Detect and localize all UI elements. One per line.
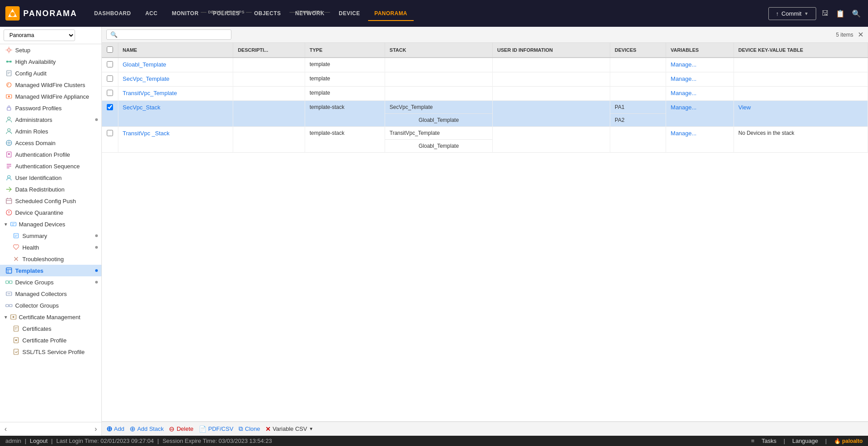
- add-button[interactable]: ⊕ Add: [106, 425, 124, 433]
- variable-csv-button[interactable]: ✕ Variable CSV ▼: [265, 425, 313, 433]
- sidebar-group-managed-devices[interactable]: ▼ Managed Devices: [0, 218, 101, 230]
- row3-manage-link[interactable]: Manage...: [671, 90, 696, 96]
- sidebar-item-administrators[interactable]: Administrators: [0, 114, 101, 125]
- sidebar-item-ssl-tls[interactable]: SSL/TLS Service Profile: [0, 346, 101, 358]
- search-icon[interactable]: 🔍: [850, 8, 863, 20]
- nav-device[interactable]: DEVICE: [332, 7, 366, 20]
- select-all-checkbox[interactable]: [107, 46, 113, 53]
- sidebar-group-cert-management[interactable]: ▼ Certificate Management: [0, 311, 101, 323]
- sidebar-item-user-identification[interactable]: User Identification: [0, 172, 101, 183]
- row1-checkbox[interactable]: [107, 61, 113, 67]
- clone-button[interactable]: ⧉ Clone: [239, 425, 260, 433]
- tasks-link[interactable]: Tasks: [762, 438, 776, 444]
- row4-device-kv[interactable]: View: [734, 101, 868, 127]
- row5-name[interactable]: TransitVpc _Stack: [118, 127, 233, 153]
- col-checkbox[interactable]: [102, 43, 118, 58]
- sidebar-item-high-availability[interactable]: High Availability: [0, 56, 101, 67]
- sidebar-item-templates[interactable]: Templates: [0, 265, 101, 276]
- commit-button[interactable]: ↑ Commit ▼: [768, 7, 816, 20]
- nav-panorama[interactable]: PANORAMA: [368, 7, 414, 20]
- row4-view-link[interactable]: View: [738, 104, 751, 111]
- col-description[interactable]: DESCRIPTI...: [233, 43, 305, 58]
- sidebar-item-device-quarantine[interactable]: Device Quarantine: [0, 207, 101, 218]
- row2-variables[interactable]: Manage...: [666, 72, 734, 87]
- row2-name-link[interactable]: SecVpc_Template: [123, 75, 170, 82]
- nav-dashboard[interactable]: DASHBOARD: [88, 7, 138, 20]
- nav-network[interactable]: —Templates— NETWORK: [289, 7, 331, 20]
- status-logout[interactable]: Logout: [30, 438, 48, 444]
- row4-name-link[interactable]: SecVpc_Stack: [123, 104, 161, 111]
- sidebar-item-certificates[interactable]: Certificates: [0, 323, 101, 334]
- row3-name-link[interactable]: TransitVpc_Template: [123, 90, 177, 96]
- sidebar-item-device-groups[interactable]: Device Groups: [0, 276, 101, 288]
- col-variables[interactable]: VARIABLES: [666, 43, 734, 58]
- col-user-id[interactable]: USER ID INFORMATION: [493, 43, 610, 58]
- row1-variables[interactable]: Manage...: [666, 58, 734, 72]
- row4-name[interactable]: SecVpc_Stack: [118, 101, 233, 127]
- sidebar-scroll-right[interactable]: ›: [92, 424, 100, 434]
- sidebar-item-access-domain[interactable]: Access Domain: [0, 137, 101, 149]
- row2-manage-link[interactable]: Manage...: [671, 75, 696, 82]
- row1-checkbox-cell[interactable]: [102, 58, 118, 72]
- row3-checkbox-cell[interactable]: [102, 87, 118, 101]
- pdf-csv-button[interactable]: 📄 PDF/CSV: [199, 425, 233, 433]
- sidebar-item-config-audit[interactable]: Config Audit: [0, 67, 101, 79]
- row4-checkbox[interactable]: [107, 104, 113, 110]
- sidebar-item-password-profiles[interactable]: Password Profiles: [0, 102, 101, 114]
- row1-manage-link[interactable]: Manage...: [671, 61, 696, 68]
- search-input[interactable]: [119, 32, 227, 38]
- sidebar-item-admin-roles[interactable]: Admin Roles: [0, 125, 101, 137]
- close-search-button[interactable]: ✕: [858, 30, 864, 39]
- sidebar-item-wildfire-appliance[interactable]: Managed WildFire Appliance: [0, 91, 101, 102]
- save-icon[interactable]: 🖫: [820, 8, 830, 19]
- sidebar-item-wildfire-clusters[interactable]: Managed WildFire Clusters: [0, 79, 101, 91]
- row1-name-link[interactable]: Gloabl_Template: [123, 61, 167, 68]
- row5-checkbox[interactable]: [107, 130, 113, 136]
- row5-variables[interactable]: Manage...: [666, 127, 734, 153]
- config-icon[interactable]: 📋: [834, 8, 847, 20]
- sidebar-item-managed-collectors[interactable]: Managed Collectors: [0, 288, 101, 300]
- sidebar-item-scheduled-config[interactable]: Scheduled Config Push: [0, 195, 101, 207]
- col-name[interactable]: NAME: [118, 43, 233, 58]
- nav-acc[interactable]: ACC: [139, 7, 164, 20]
- col-device-kv[interactable]: DEVICE KEY-VALUE TABLE: [734, 43, 868, 58]
- sidebar-item-health[interactable]: Health: [0, 242, 101, 253]
- row3-name[interactable]: TransitVpc_Template: [118, 87, 233, 101]
- delete-button[interactable]: ⊖ Delete: [169, 425, 193, 433]
- row3-variables[interactable]: Manage...: [666, 87, 734, 101]
- logo-area: PANORAMA: [5, 6, 77, 21]
- sidebar-item-troubleshooting[interactable]: Troubleshooting: [0, 253, 101, 265]
- row4-variables[interactable]: Manage...: [666, 101, 734, 127]
- sidebar-item-auth-sequence[interactable]: Authentication Sequence: [0, 160, 101, 172]
- status-bar: admin | Logout | Last Login Time: 02/01/…: [0, 436, 868, 446]
- sidebar-scroll[interactable]: Setup High Availability Config Audit Man…: [0, 44, 101, 422]
- col-type[interactable]: TYPE: [305, 43, 385, 58]
- nav-monitor[interactable]: MONITOR: [166, 7, 205, 20]
- sidebar-context-select[interactable]: Panorama: [4, 29, 75, 41]
- sidebar-item-setup[interactable]: Setup: [0, 44, 101, 56]
- row5-manage-link[interactable]: Manage...: [671, 130, 696, 137]
- row4-checkbox-cell[interactable]: [102, 101, 118, 127]
- row5-name-link[interactable]: TransitVpc _Stack: [123, 130, 170, 137]
- sidebar-item-certificate-profile[interactable]: Certificate Profile: [0, 334, 101, 346]
- row5-checkbox-cell[interactable]: [102, 127, 118, 153]
- row3-checkbox[interactable]: [107, 90, 113, 96]
- row1-name[interactable]: Gloabl_Template: [118, 58, 233, 72]
- row4-manage-link[interactable]: Manage...: [671, 104, 696, 111]
- sidebar-item-collector-groups[interactable]: Collector Groups: [0, 300, 101, 311]
- nav-policies[interactable]: —Device Groups— POLICIES: [207, 7, 246, 20]
- nav-objects[interactable]: OBJECTS: [248, 7, 287, 20]
- sidebar-item-data-redistribution[interactable]: Data Redistribution: [0, 183, 101, 195]
- language-link[interactable]: Language: [792, 438, 818, 444]
- row2-checkbox[interactable]: [107, 75, 113, 82]
- table-container[interactable]: NAME DESCRIPTI... TYPE STACK USER ID INF…: [102, 43, 868, 421]
- col-devices[interactable]: DEVICES: [610, 43, 666, 58]
- sidebar-item-summary[interactable]: Summary: [0, 230, 101, 242]
- sidebar-scroll-left[interactable]: ‹: [2, 424, 9, 434]
- col-stack[interactable]: STACK: [385, 43, 493, 58]
- add-stack-button[interactable]: ⊕ Add Stack: [130, 425, 164, 433]
- row2-name[interactable]: SecVpc_Template: [118, 72, 233, 87]
- search-box[interactable]: 🔍: [106, 29, 231, 40]
- row2-checkbox-cell[interactable]: [102, 72, 118, 87]
- sidebar-item-auth-profile[interactable]: Authentication Profile: [0, 149, 101, 160]
